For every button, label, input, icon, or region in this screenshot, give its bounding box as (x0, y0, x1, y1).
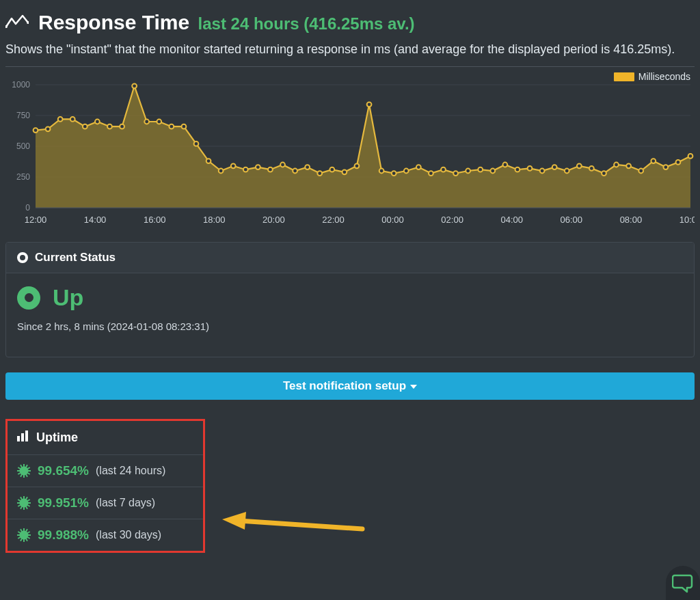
chart-line-icon (5, 14, 29, 31)
svg-text:750: 750 (16, 111, 30, 120)
svg-point-45 (293, 169, 297, 174)
svg-rect-79 (17, 436, 20, 441)
uptime-title: Uptime (36, 431, 78, 445)
since-prefix: Since (17, 321, 46, 332)
svg-point-67 (565, 169, 569, 174)
svg-point-73 (638, 169, 643, 174)
status-row: Up (17, 284, 683, 311)
certificate-seal-icon (17, 496, 31, 510)
certificate-seal-icon (17, 528, 31, 542)
test-notification-label: Test notification setup (283, 379, 406, 393)
svg-point-27 (70, 117, 75, 122)
svg-point-60 (478, 167, 483, 172)
svg-text:16:00: 16:00 (144, 215, 166, 225)
svg-point-26 (58, 117, 63, 122)
svg-point-33 (144, 120, 149, 124)
svg-point-32 (132, 83, 137, 88)
svg-text:04:00: 04:00 (500, 215, 523, 225)
svg-point-56 (429, 171, 433, 176)
status-state: Up (53, 284, 83, 311)
page-header: Response Time last 24 hours (416.25ms av… (5, 5, 695, 42)
svg-point-57 (441, 167, 446, 172)
uptime-header: Uptime (8, 421, 203, 455)
svg-point-36 (182, 124, 187, 129)
svg-point-74 (651, 159, 656, 163)
svg-point-40 (231, 163, 236, 168)
chevron-down-icon (410, 385, 417, 389)
svg-marker-122 (222, 512, 246, 530)
uptime-row: 99.988%(last 30 days) (8, 519, 203, 551)
chat-icon (672, 573, 694, 593)
svg-point-54 (404, 169, 409, 174)
legend-swatch (614, 72, 634, 81)
svg-rect-88 (23, 475, 25, 478)
svg-point-48 (329, 167, 334, 172)
page-description: Shows the "instant" that the monitor sta… (5, 42, 695, 66)
since-duration: 2 hrs, 8 mins (46, 321, 105, 332)
svg-point-41 (243, 167, 248, 172)
uptime-period: (last 7 days) (96, 497, 155, 509)
svg-text:0: 0 (25, 203, 30, 213)
uptime-pct: 99.951% (38, 495, 89, 510)
legend-label: Milliseconds (638, 71, 690, 82)
uptime-panel: Uptime 99.654%(last 24 hours)99.951%(las… (5, 419, 205, 553)
svg-point-51 (367, 102, 372, 107)
svg-text:08:00: 08:00 (620, 215, 643, 225)
svg-rect-117 (17, 534, 20, 536)
svg-point-38 (206, 159, 211, 163)
svg-text:1000: 1000 (12, 80, 30, 90)
svg-point-107 (20, 499, 29, 508)
svg-text:10:00: 10:00 (679, 215, 695, 225)
response-time-chart[interactable]: Milliseconds 0250500750100012:0014:0016:… (5, 71, 695, 231)
svg-point-63 (515, 167, 520, 172)
current-status-body: Up Since 2 hrs, 8 mins (2024-01-08 08:23… (6, 273, 694, 357)
svg-point-71 (614, 163, 619, 167)
svg-text:250: 250 (16, 172, 30, 182)
svg-point-46 (305, 165, 310, 169)
status-bullet-icon (17, 252, 28, 263)
svg-rect-91 (17, 470, 20, 472)
svg-rect-101 (23, 507, 25, 510)
svg-point-25 (46, 126, 51, 131)
page-title: Response Time last 24 hours (416.25ms av… (38, 11, 415, 34)
svg-rect-82 (23, 464, 25, 467)
uptime-period: (last 24 hours) (96, 465, 165, 477)
svg-text:20:00: 20:00 (262, 215, 285, 225)
svg-point-50 (355, 163, 360, 168)
svg-point-120 (20, 531, 29, 540)
svg-text:02:00: 02:00 (441, 215, 463, 225)
svg-point-64 (528, 166, 533, 171)
status-up-icon (17, 286, 40, 310)
svg-point-58 (453, 171, 458, 176)
chat-fab[interactable] (666, 566, 700, 600)
svg-point-65 (540, 169, 545, 174)
svg-rect-104 (17, 502, 20, 504)
chart-svg: 0250500750100012:0014:0016:0018:0020:002… (5, 71, 695, 231)
current-status-header: Current Status (6, 243, 694, 273)
svg-point-53 (392, 171, 396, 176)
svg-point-94 (20, 467, 29, 476)
svg-point-77 (688, 154, 693, 159)
svg-point-70 (602, 171, 606, 176)
svg-text:14:00: 14:00 (84, 215, 107, 225)
current-status-title: Current Status (35, 251, 116, 264)
svg-point-68 (577, 163, 582, 168)
svg-point-35 (169, 124, 174, 129)
svg-point-62 (502, 163, 507, 167)
uptime-period: (last 30 days) (96, 529, 161, 541)
current-status-panel: Current Status Up Since 2 hrs, 8 mins (2… (5, 242, 695, 357)
svg-point-69 (589, 166, 594, 171)
svg-point-29 (95, 120, 100, 124)
svg-rect-111 (28, 534, 31, 536)
svg-rect-114 (23, 539, 25, 542)
svg-text:06:00: 06:00 (561, 215, 583, 225)
svg-rect-108 (23, 528, 25, 531)
svg-text:22:00: 22:00 (322, 215, 345, 225)
annotation-arrow (219, 510, 369, 537)
uptime-pct: 99.654% (38, 463, 89, 478)
svg-point-61 (490, 169, 495, 174)
svg-point-76 (676, 160, 681, 165)
svg-point-55 (416, 165, 421, 169)
test-notification-button[interactable]: Test notification setup (5, 372, 695, 400)
svg-point-66 (552, 165, 557, 169)
